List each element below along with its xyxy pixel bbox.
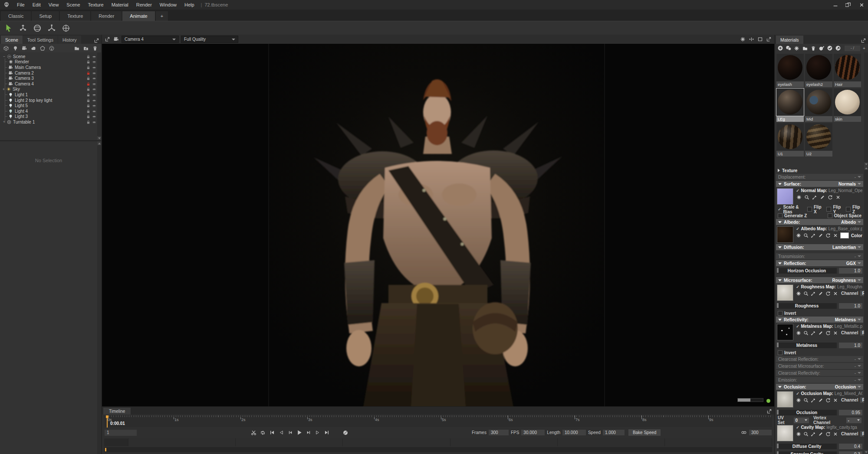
- eye-icon[interactable]: [91, 114, 97, 119]
- add-light-icon[interactable]: [12, 46, 18, 51]
- emission-header[interactable]: Emission: -: [776, 377, 863, 383]
- tree-item-main-camera[interactable]: Main Camera: [0, 65, 97, 70]
- map-enabled-check[interactable]: ✓: [796, 425, 799, 430]
- eye-icon[interactable]: [91, 120, 97, 124]
- lock-icon-locked[interactable]: [85, 82, 91, 86]
- lock-icon[interactable]: [85, 114, 91, 119]
- menu-render[interactable]: Render: [132, 0, 156, 10]
- current-frame-input[interactable]: 1: [105, 430, 137, 436]
- reflection-mode-select[interactable]: GGX: [846, 261, 861, 266]
- gear-icon[interactable]: [796, 233, 801, 238]
- eyedropper-icon[interactable]: [811, 397, 816, 403]
- translate-icon[interactable]: [19, 24, 27, 33]
- tab-timeline[interactable]: Timeline: [103, 408, 131, 415]
- tab-classic[interactable]: Classic: [1, 11, 31, 21]
- gear-icon[interactable]: [796, 291, 801, 296]
- keyframe-sphere-icon[interactable]: [342, 430, 349, 436]
- refresh-icon[interactable]: [827, 194, 833, 200]
- popup-panel-icon[interactable]: [92, 37, 100, 44]
- bake-speed-button[interactable]: Bake Speed: [628, 429, 661, 436]
- search-icon[interactable]: [803, 330, 809, 336]
- tree-item-light-5[interactable]: Light 5: [0, 103, 97, 108]
- duplicate-material-icon[interactable]: [785, 45, 792, 51]
- eyedropper-icon[interactable]: [811, 431, 816, 437]
- rotate-icon[interactable]: [33, 24, 42, 33]
- lock-icon[interactable]: [85, 76, 91, 81]
- quality-select[interactable]: Full Quality: [181, 36, 238, 43]
- add-shape-icon[interactable]: [39, 46, 46, 51]
- length-input[interactable]: 10.000: [562, 430, 586, 435]
- pencil-icon[interactable]: [819, 194, 825, 200]
- search-icon[interactable]: [803, 397, 809, 403]
- tree-item-render[interactable]: Render: [0, 59, 97, 65]
- map-enabled-check[interactable]: ✓: [796, 226, 799, 231]
- normal-map-thumbnail[interactable]: [777, 188, 793, 205]
- clear-icon[interactable]: [833, 431, 838, 437]
- displacement-section-header[interactable]: Displacement: -: [776, 174, 863, 180]
- clearcoat-microsurface-header[interactable]: Clearcoat Microsurface: -: [776, 363, 863, 369]
- roughness-map-filename[interactable]: Leg_Roughness.png: [837, 284, 862, 289]
- horizon-occlusion-slider[interactable]: Horizon Occlusion: [777, 268, 837, 274]
- tree-item-light-4[interactable]: Light 4: [0, 108, 97, 114]
- flip-x-checkbox[interactable]: [807, 207, 812, 212]
- speed-input[interactable]: 1.000: [603, 430, 625, 435]
- lock-icon[interactable]: [85, 59, 91, 64]
- lock-icon[interactable]: [85, 98, 91, 103]
- occlusion-section-header[interactable]: Occlusion: Occlusion: [776, 384, 863, 390]
- viewport-settings-gear-icon[interactable]: [740, 36, 746, 42]
- loop-toggle-icon[interactable]: [260, 430, 266, 436]
- albedo-map-filename[interactable]: Leg_Base_color.png: [828, 226, 862, 231]
- clear-icon[interactable]: [833, 233, 838, 238]
- end-frame-input[interactable]: 300: [749, 430, 772, 435]
- gear-icon[interactable]: [796, 431, 801, 437]
- collapse-expander-icon[interactable]: −: [2, 54, 6, 59]
- roughness-value[interactable]: 1.0: [839, 303, 862, 309]
- step-back-icon[interactable]: [287, 430, 293, 436]
- viewport-canvas[interactable]: [102, 44, 774, 406]
- tab-setup[interactable]: Setup: [32, 11, 59, 21]
- search-icon[interactable]: [804, 194, 809, 200]
- lock-icon-locked[interactable]: [85, 71, 91, 75]
- material-item[interactable]: skin: [834, 88, 861, 122]
- universal-gizmo-icon[interactable]: [62, 24, 70, 33]
- add-mesh-icon[interactable]: [3, 46, 9, 51]
- checkbox-checked[interactable]: ✓: [778, 207, 781, 212]
- map-enabled-check[interactable]: ✓: [796, 188, 799, 193]
- tree-item-light-1[interactable]: Light 1: [0, 92, 97, 98]
- timeline-track-area[interactable]: [104, 438, 772, 446]
- lock-icon[interactable]: [85, 92, 91, 97]
- camera-select[interactable]: Camera 4: [122, 36, 179, 43]
- add-instance-icon[interactable]: [83, 46, 89, 51]
- eye-icon[interactable]: [91, 65, 97, 70]
- material-editor-scrollbar[interactable]: [864, 166, 868, 454]
- roughness-slider[interactable]: Roughness: [777, 303, 837, 309]
- link-icon[interactable]: [741, 430, 747, 435]
- eye-icon[interactable]: [91, 54, 97, 59]
- refresh-icon[interactable]: [825, 233, 831, 238]
- occlusion-map-filename[interactable]: Leg_Mixed_AO.png: [835, 391, 862, 396]
- reflectivity-section-header[interactable]: Reflectivity: Metalness: [776, 317, 863, 323]
- frames-input[interactable]: 300: [489, 430, 509, 435]
- menu-material[interactable]: Material: [108, 0, 132, 10]
- reflection-section-header[interactable]: Reflection: GGX: [776, 260, 863, 266]
- occlusion-value[interactable]: 0.95: [839, 410, 862, 415]
- microsurface-mode-select[interactable]: Roughness: [832, 278, 861, 283]
- select-cursor-icon[interactable]: [4, 24, 13, 33]
- eyedropper-icon[interactable]: [811, 233, 816, 238]
- lock-icon[interactable]: [85, 65, 91, 70]
- paint-material-icon[interactable]: [818, 45, 825, 51]
- texture-section-header[interactable]: Texture: [776, 167, 863, 174]
- material-item-selected[interactable]: LEg: [776, 88, 804, 122]
- add-workspace-tab-button[interactable]: +: [156, 11, 168, 21]
- pencil-icon[interactable]: [818, 397, 823, 403]
- pencil-icon[interactable]: [818, 291, 823, 296]
- expand-expander-icon[interactable]: +: [2, 120, 6, 124]
- object-space-checkbox[interactable]: [828, 213, 832, 218]
- playhead-flag[interactable]: [106, 415, 108, 418]
- select-assigned-icon[interactable]: [835, 45, 841, 51]
- clear-icon[interactable]: [833, 330, 838, 336]
- occlusion-map-thumbnail[interactable]: [777, 391, 793, 408]
- reflectivity-mode-select[interactable]: Metalness: [835, 317, 861, 322]
- transmission-section-header[interactable]: Transmission: -: [776, 253, 863, 259]
- albedo-section-header[interactable]: Albedo: Albedo: [776, 219, 863, 225]
